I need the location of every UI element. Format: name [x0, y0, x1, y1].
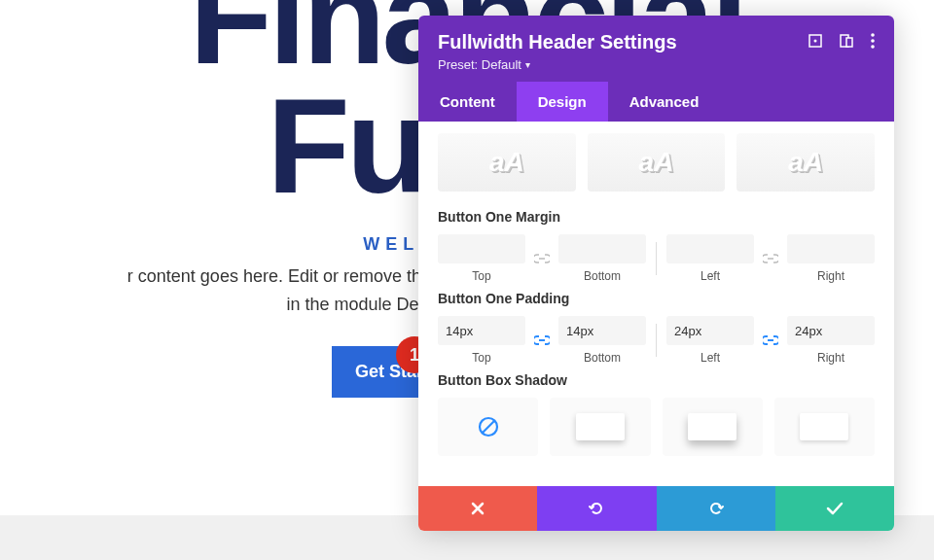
save-button[interactable] — [775, 486, 894, 531]
margin-bottom-input[interactable] — [558, 234, 646, 263]
shadow-label: Button Box Shadow — [438, 372, 875, 388]
close-icon — [471, 502, 485, 515]
shadow-none-option[interactable] — [438, 398, 538, 456]
svg-point-5 — [871, 39, 875, 43]
panel-body[interactable]: aA aA aA Button One Margin Top Bottom Le… — [418, 122, 894, 486]
panel-title: Fullwidth Header Settings — [438, 31, 677, 53]
none-icon — [478, 416, 499, 438]
margin-inputs: Top Bottom Left Right — [438, 234, 875, 283]
padding-bottom-input[interactable] — [558, 316, 646, 345]
margin-left-input[interactable] — [666, 234, 754, 263]
panel-tabs: Content Design Advanced — [418, 82, 894, 122]
link-icon[interactable] — [758, 335, 783, 345]
text-style-row: aA aA aA — [438, 133, 875, 192]
text-style-option[interactable]: aA — [736, 133, 875, 192]
link-icon[interactable] — [529, 335, 555, 345]
panel-footer — [418, 486, 894, 531]
expand-icon[interactable] — [808, 34, 822, 48]
shadow-option[interactable] — [663, 398, 763, 456]
undo-icon — [588, 500, 605, 517]
padding-right-input[interactable] — [787, 316, 875, 345]
margin-label: Button One Margin — [438, 209, 875, 225]
undo-button[interactable] — [537, 486, 656, 531]
link-icon[interactable] — [529, 254, 555, 263]
margin-right-input[interactable] — [787, 234, 875, 263]
padding-top-input[interactable] — [438, 316, 525, 345]
text-style-option[interactable]: aA — [588, 133, 726, 192]
padding-label: Button One Padding — [438, 291, 875, 306]
svg-rect-3 — [846, 38, 852, 47]
shadow-option[interactable] — [550, 398, 650, 456]
link-icon[interactable] — [758, 254, 783, 263]
tab-content[interactable]: Content — [418, 82, 517, 122]
shadow-options — [438, 398, 875, 456]
svg-point-4 — [871, 33, 875, 37]
svg-line-8 — [483, 421, 494, 433]
svg-point-1 — [814, 40, 817, 43]
text-style-option[interactable]: aA — [438, 133, 576, 192]
preset-dropdown[interactable]: Preset: Default — [438, 57, 677, 72]
panel-header[interactable]: Fullwidth Header Settings Preset: Defaul… — [418, 16, 894, 82]
svg-point-6 — [871, 45, 875, 49]
padding-left-input[interactable] — [666, 316, 754, 345]
redo-button[interactable] — [657, 486, 775, 531]
check-icon — [826, 502, 844, 515]
margin-top-input[interactable] — [438, 234, 525, 263]
tab-advanced[interactable]: Advanced — [608, 82, 721, 122]
shadow-option[interactable] — [774, 398, 875, 456]
more-icon[interactable] — [871, 33, 875, 49]
cancel-button[interactable] — [418, 486, 537, 531]
divider — [656, 324, 657, 357]
padding-inputs: Top Bottom Left Right — [438, 316, 875, 365]
divider — [656, 242, 657, 275]
responsive-icon[interactable] — [840, 34, 853, 48]
redo-icon — [707, 500, 725, 517]
settings-panel: Fullwidth Header Settings Preset: Defaul… — [418, 16, 894, 531]
tab-design[interactable]: Design — [517, 82, 608, 122]
